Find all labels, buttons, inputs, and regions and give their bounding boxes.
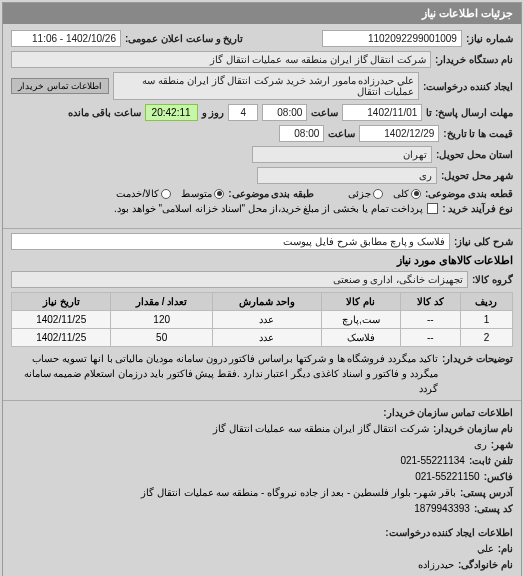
divider <box>3 228 521 229</box>
process-label: نوع فرآیند خرید : <box>442 203 513 214</box>
city-value: ری <box>257 167 437 184</box>
request-no-label: شماره نیاز: <box>466 33 513 44</box>
creator-lname-label: نام خانوادگی: <box>458 557 513 573</box>
radio-goods-label: کالا/خدمت <box>116 188 159 199</box>
contact-fax-label: فاکس: <box>484 469 513 485</box>
radio-goods[interactable]: کالا/خدمت <box>116 188 171 199</box>
cell-name: ست,پارچ <box>321 311 400 329</box>
radio-mid-label: متوسط <box>181 188 212 199</box>
radio-dot-icon <box>214 189 224 199</box>
divider <box>3 400 521 401</box>
contact-city-label: شهر: <box>491 437 513 453</box>
th-code: کد کالا <box>400 293 460 311</box>
need-title-label: شرح کلی نیاز: <box>454 236 513 247</box>
panel-title: جزئیات اطلاعات نیاز <box>3 3 521 24</box>
cell-code: -- <box>400 311 460 329</box>
radio-all-label: کلی <box>393 188 409 199</box>
province-value: تهران <box>252 146 432 163</box>
remain-suffix: ساعت باقی مانده <box>68 107 141 118</box>
creator-fname: علي <box>477 541 494 557</box>
group-value: تجهیزات خانگی، اداری و صنعتی <box>11 271 468 288</box>
cell-qty: 50 <box>111 329 213 347</box>
radio-dot-icon <box>373 189 383 199</box>
contact-phone: 021-55221134 <box>400 453 465 469</box>
contact-addr-label: آدرس پستی: <box>460 485 513 501</box>
cell-date: 1402/11/25 <box>12 311 111 329</box>
province-label: استان محل تحویل: <box>436 149 513 160</box>
th-unit: واحد شمارش <box>212 293 321 311</box>
contact-addr: باقر شهر- بلوار فلسطین - بعد از جاده نیر… <box>141 485 456 501</box>
remain-time: 20:42:11 <box>145 104 198 121</box>
radio-all[interactable]: کلی <box>393 188 421 199</box>
row-buyer-org: نام دستگاه خریدار: شرکت انتقال گاز ایران… <box>11 51 513 68</box>
buyer-note-label: توضیحات خریدار: <box>442 351 513 396</box>
row-process: نوع فرآیند خرید : پرداخت تمام یا بخشی از… <box>11 203 513 214</box>
creator-fname-label: نام: <box>498 541 513 557</box>
radio-partial-label: جزئی <box>348 188 371 199</box>
remain-days: 4 <box>228 104 258 121</box>
need-title-value: فلاسک و پارچ مطابق شرح فایل پیوست <box>11 233 450 250</box>
radio-dot-icon <box>161 189 171 199</box>
quote-until-date: 1402/12/29 <box>359 125 439 142</box>
deadline-time-label: ساعت <box>311 107 338 118</box>
buyer-note: توضیحات خریدار: تاکید میگردد فروشگاه ها … <box>11 351 513 396</box>
buyer-org-label: نام دستگاه خریدار: <box>435 54 513 65</box>
radio-dot-icon <box>411 189 421 199</box>
row-province: استان محل تحویل: تهران <box>11 146 513 163</box>
th-date: تاریخ نیاز <box>12 293 111 311</box>
deadline-label: مهلت ارسال پاسخ: تا <box>426 107 513 118</box>
row-quote-until: قیمت ها تا تاریخ: 1402/12/29 ساعت 08:00 <box>11 125 513 142</box>
cell-code: -- <box>400 329 460 347</box>
cell-unit: عدد <box>212 329 321 347</box>
buyer-org-value: شرکت انتقال گاز ایران منطقه سه عملیات ان… <box>11 51 431 68</box>
cell-name: فلاسک <box>321 329 400 347</box>
quote-until-time: 08:00 <box>279 125 324 142</box>
requester-value: علي حيدرزاده مامور ارشد خريد شركت انتقال… <box>113 72 419 100</box>
remain-days-label: روز و <box>202 107 225 118</box>
row-deadline: مهلت ارسال پاسخ: تا 1402/11/01 ساعت 08:0… <box>11 104 513 121</box>
contact-post: 1879943393 <box>414 501 470 517</box>
announce-label: تاریخ و ساعت اعلان عمومی: <box>125 33 243 44</box>
buyer-contact-button[interactable]: اطلاعات تماس خریدار <box>11 78 109 94</box>
process-checkbox[interactable] <box>427 203 438 214</box>
table-row: 1 -- ست,پارچ عدد 120 1402/11/25 <box>12 311 513 329</box>
radio-mid[interactable]: متوسط <box>181 188 224 199</box>
row-requester: ایجاد کننده درخواست: علي حيدرزاده مامور … <box>11 72 513 100</box>
budget-label: طبقه بندی موضوعی: <box>228 188 314 199</box>
partial-radio-group: کلی جزئی <box>348 188 421 199</box>
form-body: شماره نیاز: 1102092299001009 تاریخ و ساع… <box>3 24 521 224</box>
contact-section-title: اطلاعات تماس سازمان خریدار: <box>383 405 513 421</box>
requester-label: ایجاد کننده درخواست: <box>423 81 513 92</box>
announce-value: 1402/10/26 - 11:06 <box>11 30 121 47</box>
table-row: 2 -- فلاسک عدد 50 1402/11/25 <box>12 329 513 347</box>
group-label: گروه کالا: <box>472 274 513 285</box>
row-request-no: شماره نیاز: 1102092299001009 تاریخ و ساع… <box>11 30 513 47</box>
cell-date: 1402/11/25 <box>12 329 111 347</box>
row-partial: قطعه بندی موضوعی: کلی جزئی طبقه بندی موض… <box>11 188 513 199</box>
contact-org: شرکت انتقال گاز ایران منطقه سه عملیات ان… <box>213 421 429 437</box>
row-city: شهر محل تحویل: ری <box>11 167 513 184</box>
row-group: گروه کالا: تجهیزات خانگی، اداری و صنعتی <box>3 271 521 288</box>
table-header-row: ردیف کد کالا نام کالا واحد شمارش تعداد /… <box>12 293 513 311</box>
creator-lname: حيدرزاده <box>418 557 454 573</box>
cell-qty: 120 <box>111 311 213 329</box>
buyer-note-text: تاکید میگردد فروشگاه ها و شرکتها براساس … <box>11 351 438 396</box>
th-idx: ردیف <box>460 293 512 311</box>
contact-fax: 021-55221150 <box>415 469 480 485</box>
process-text: پرداخت تمام یا بخشی از مبلغ خرید،از محل … <box>114 203 423 214</box>
creator-contact-block: اطلاعات ایجاد کننده درخواست: نام:علي نام… <box>11 525 513 576</box>
contact-city: ری <box>474 437 487 453</box>
deadline-date: 1402/11/01 <box>342 104 422 121</box>
request-no-value: 1102092299001009 <box>322 30 462 47</box>
cell-idx: 1 <box>460 311 512 329</box>
th-qty: تعداد / مقدار <box>111 293 213 311</box>
radio-partial[interactable]: جزئی <box>348 188 383 199</box>
contact-org-label: نام سازمان خریدار: <box>433 421 513 437</box>
items-section-title: اطلاعات کالاهای مورد نیاز <box>11 254 513 267</box>
contact-post-label: کد پستی: <box>474 501 513 517</box>
items-table: ردیف کد کالا نام کالا واحد شمارش تعداد /… <box>11 292 513 347</box>
creator-section-title: اطلاعات ایجاد کننده درخواست: <box>385 525 513 541</box>
details-panel: جزئیات اطلاعات نیاز شماره نیاز: 11020922… <box>2 2 522 576</box>
city-label: شهر محل تحویل: <box>441 170 513 181</box>
buyer-contact-block: اطلاعات تماس سازمان خریدار: نام سازمان خ… <box>11 405 513 517</box>
